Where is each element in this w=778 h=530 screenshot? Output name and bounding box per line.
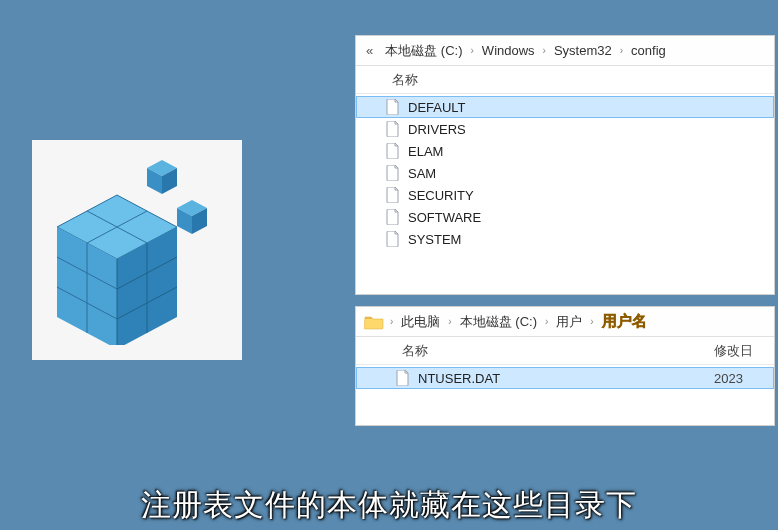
file-icon	[386, 143, 400, 159]
chevron-right-icon: ›	[541, 45, 548, 56]
column-header-name[interactable]: 名称	[386, 71, 774, 89]
breadcrumb-overflow[interactable]: «	[360, 43, 379, 58]
file-icon	[386, 165, 400, 181]
breadcrumb[interactable]: › 此电脑 › 本地磁盘 (C:) › 用户 › 用户名	[356, 307, 774, 337]
folder-icon	[364, 314, 384, 330]
file-name: NTUSER.DAT	[418, 371, 714, 386]
chevron-right-icon: ›	[543, 316, 550, 327]
breadcrumb-seg-windows[interactable]: Windows	[476, 36, 541, 65]
breadcrumb-seg-thispc[interactable]: 此电脑	[395, 307, 446, 336]
file-row[interactable]: DEFAULT	[356, 96, 774, 118]
breadcrumb-seg-username[interactable]: 用户名	[596, 307, 653, 336]
file-row[interactable]: DRIVERS	[356, 118, 774, 140]
file-row[interactable]: NTUSER.DAT2023	[356, 367, 774, 389]
chevron-right-icon: ›	[388, 316, 395, 327]
file-row[interactable]: SECURITY	[356, 184, 774, 206]
breadcrumb[interactable]: « 本地磁盘 (C:) › Windows › System32 › confi…	[356, 36, 774, 66]
file-icon	[396, 370, 410, 386]
file-icon	[386, 209, 400, 225]
file-name: ELAM	[408, 144, 770, 159]
explorer-window-user: › 此电脑 › 本地磁盘 (C:) › 用户 › 用户名 名称 修改日 NTUS…	[355, 306, 775, 426]
file-date: 2023	[714, 371, 769, 386]
column-header-row: 名称	[356, 66, 774, 94]
file-row[interactable]: SYSTEM	[356, 228, 774, 250]
breadcrumb-seg-c[interactable]: 本地磁盘 (C:)	[454, 307, 543, 336]
breadcrumb-seg-config[interactable]: config	[625, 36, 672, 65]
chevron-right-icon: ›	[469, 45, 476, 56]
svg-marker-16	[57, 227, 87, 333]
file-row[interactable]: ELAM	[356, 140, 774, 162]
chevron-right-icon: ›	[588, 316, 595, 327]
subtitle-caption: 注册表文件的本体就藏在这些目录下	[0, 485, 778, 526]
registry-cube-icon	[52, 155, 222, 345]
file-name: SYSTEM	[408, 232, 770, 247]
chevron-right-icon: ›	[618, 45, 625, 56]
column-header-date[interactable]: 修改日	[714, 342, 774, 360]
registry-icon-panel	[32, 140, 242, 360]
column-header-row: 名称 修改日	[356, 337, 774, 365]
file-icon	[386, 121, 400, 137]
file-list: DEFAULTDRIVERSELAMSAMSECURITYSOFTWARESYS…	[356, 94, 774, 252]
column-header-name[interactable]: 名称	[396, 342, 714, 360]
explorer-window-config: « 本地磁盘 (C:) › Windows › System32 › confi…	[355, 35, 775, 295]
svg-marker-18	[117, 243, 147, 345]
file-icon	[386, 187, 400, 203]
file-icon	[386, 231, 400, 247]
breadcrumb-seg-users[interactable]: 用户	[550, 307, 588, 336]
svg-marker-19	[147, 227, 177, 333]
file-name: DRIVERS	[408, 122, 770, 137]
file-list: NTUSER.DAT2023	[356, 365, 774, 391]
breadcrumb-seg-system32[interactable]: System32	[548, 36, 618, 65]
file-name: SOFTWARE	[408, 210, 770, 225]
file-icon	[386, 99, 400, 115]
file-name: SAM	[408, 166, 770, 181]
file-name: DEFAULT	[408, 100, 769, 115]
breadcrumb-seg-c[interactable]: 本地磁盘 (C:)	[379, 36, 468, 65]
file-row[interactable]: SAM	[356, 162, 774, 184]
file-row[interactable]: SOFTWARE	[356, 206, 774, 228]
file-name: SECURITY	[408, 188, 770, 203]
svg-marker-17	[87, 243, 117, 345]
chevron-right-icon: ›	[446, 316, 453, 327]
